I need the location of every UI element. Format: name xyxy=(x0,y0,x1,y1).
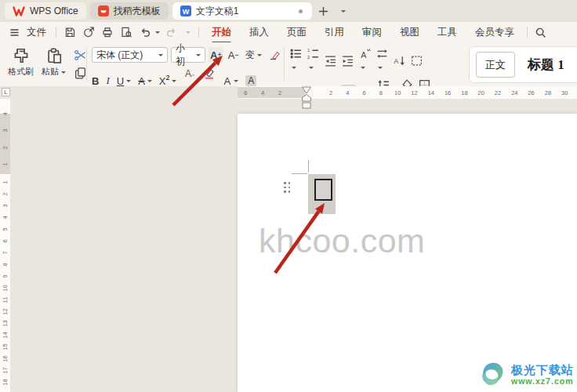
print-button[interactable] xyxy=(100,26,114,39)
file-menu[interactable]: 文件 xyxy=(27,26,46,39)
ribbon-tab-开始[interactable]: 开始 xyxy=(210,22,233,43)
tab-docer-template-label: 找稻壳模板 xyxy=(114,5,161,18)
ruler-tick: 4 xyxy=(2,212,9,223)
divider xyxy=(56,27,56,38)
search-icon[interactable] xyxy=(534,26,547,39)
font-family-combo[interactable]: 宋体 (正文) xyxy=(92,47,168,63)
ruler-tick: 20 xyxy=(478,89,484,96)
undo-dropdown-chevron[interactable] xyxy=(155,31,160,34)
export-pdf-button[interactable] xyxy=(82,26,95,39)
window-tab-bar: WPS Office 找稻壳模板 W 文字文稿1 xyxy=(0,0,577,22)
ribbon-tab-工具[interactable]: 工具 xyxy=(436,22,459,43)
clear-format-button[interactable] xyxy=(267,47,282,63)
chevron-down-icon xyxy=(158,54,163,56)
svg-text:2: 2 xyxy=(307,55,310,60)
ribbon-tab-引用[interactable]: 引用 xyxy=(323,22,346,43)
ruler-tick: 2 xyxy=(278,89,281,96)
ruler-tick: 5 xyxy=(2,223,9,235)
chevron-down-icon xyxy=(292,67,296,69)
svg-text:1: 1 xyxy=(307,48,310,53)
font-size-combo[interactable]: 小初 xyxy=(171,47,205,63)
cut-copy-stack xyxy=(74,47,87,80)
ruler-tick: 13 xyxy=(2,318,9,329)
tab-stop-selector[interactable]: L xyxy=(2,88,10,96)
format-painter-button[interactable]: 格式刷 xyxy=(8,47,34,80)
wps-logo-icon xyxy=(13,6,25,16)
ribbon-tab-审阅[interactable]: 审阅 xyxy=(361,22,383,43)
tab-wps-home[interactable]: WPS Office xyxy=(5,2,86,20)
redo-button[interactable] xyxy=(165,26,178,39)
ruler-tick: 26 xyxy=(528,89,534,96)
aurora-swirl-icon xyxy=(478,358,508,390)
ruler-tick: 16 xyxy=(2,353,9,365)
ruler-tick: 14 xyxy=(428,89,434,96)
ruler-tick: 9 xyxy=(2,270,9,282)
ruler-tick: 18 xyxy=(2,376,9,388)
ruler-tick: 1 xyxy=(2,158,9,170)
svg-text:A: A xyxy=(361,50,367,60)
ribbon-tab-视图[interactable]: 视图 xyxy=(398,22,421,43)
numbering-button[interactable]: 12 xyxy=(307,47,320,74)
ruler-tick: 2 xyxy=(329,89,332,96)
tab-document-active[interactable]: W 文字文稿1 xyxy=(172,2,312,20)
grow-a: A xyxy=(210,49,217,61)
style-heading1-button[interactable]: 标题 1 xyxy=(528,56,564,74)
print-preview-button[interactable] xyxy=(119,26,132,39)
menu-bar: 文件 开始插入页面引用审阅视图工具会员专享 xyxy=(0,22,577,42)
ruler-tick: 15 xyxy=(2,341,9,353)
copy-button[interactable] xyxy=(74,67,87,80)
bullets-button[interactable] xyxy=(289,47,303,74)
more-commands-chevron[interactable] xyxy=(186,31,191,34)
ruler-tick: 3 xyxy=(2,125,9,136)
new-tab-button[interactable] xyxy=(317,4,331,18)
show-marks-button[interactable] xyxy=(410,54,423,67)
tab-list-dropdown[interactable] xyxy=(336,4,350,18)
ruler-tick: 28 xyxy=(545,89,551,96)
undo-button[interactable] xyxy=(138,26,151,39)
ruler-tick: 10 xyxy=(394,89,401,96)
bold-button[interactable]: B xyxy=(92,75,99,87)
ruler-tick: 6 xyxy=(363,89,366,96)
docer-icon xyxy=(98,5,109,16)
case-glyph: 变 xyxy=(245,49,255,62)
chevron-down-icon xyxy=(309,67,314,69)
svg-text:A: A xyxy=(394,57,399,65)
increase-font-size-button[interactable]: A+ xyxy=(209,47,223,63)
vertical-ruler[interactable]: 4321123456789101112131415161718 xyxy=(0,99,10,392)
increase-indent-button[interactable] xyxy=(341,54,354,67)
clipboard-group: 格式刷 粘贴 xyxy=(8,47,87,80)
cut-button[interactable] xyxy=(74,49,87,62)
style-normal-button[interactable]: 正文 xyxy=(476,52,515,78)
text-direction-button[interactable] xyxy=(376,47,389,74)
ribbon-tab-页面[interactable]: 页面 xyxy=(285,22,308,43)
indent-markers[interactable] xyxy=(301,86,312,110)
unsaved-dot-icon xyxy=(299,9,303,13)
tab-docer-template[interactable]: 找稻壳模板 xyxy=(90,2,169,20)
save-button[interactable] xyxy=(63,26,76,39)
phonetic-guide-button[interactable]: A xyxy=(358,47,372,74)
ribbon-tab-会员专享[interactable]: 会员专享 xyxy=(474,22,516,43)
left-indent-marker xyxy=(303,103,310,108)
ruler-tick: 1 xyxy=(2,176,9,188)
ruler-tick: 16 xyxy=(445,89,451,96)
italic-button[interactable]: I xyxy=(106,74,109,87)
sort-button[interactable]: A xyxy=(393,54,406,67)
ruler-tick: 14 xyxy=(2,329,9,341)
decrease-indent-button[interactable] xyxy=(324,54,337,67)
chevron-down-icon xyxy=(147,80,152,82)
first-line-indent-marker xyxy=(303,87,311,93)
table-gridline-v xyxy=(308,160,309,172)
decrease-font-size-button[interactable]: A− xyxy=(227,47,241,63)
chevron-down-icon xyxy=(196,54,201,56)
table-move-handle[interactable] xyxy=(284,182,290,193)
horizontal-ruler[interactable]: 6422468101214161820222426283032 xyxy=(238,86,577,99)
character-shading-button[interactable]: A xyxy=(245,75,256,86)
paste-button[interactable]: 粘贴 xyxy=(42,47,66,80)
ribbon-tab-插入[interactable]: 插入 xyxy=(248,22,270,43)
table-gridline-h xyxy=(292,173,307,174)
svg-text:W: W xyxy=(183,8,190,16)
table-square-shape[interactable] xyxy=(314,179,332,201)
change-case-button[interactable]: 变 xyxy=(244,47,263,63)
divider xyxy=(284,48,285,81)
divider xyxy=(198,27,199,38)
